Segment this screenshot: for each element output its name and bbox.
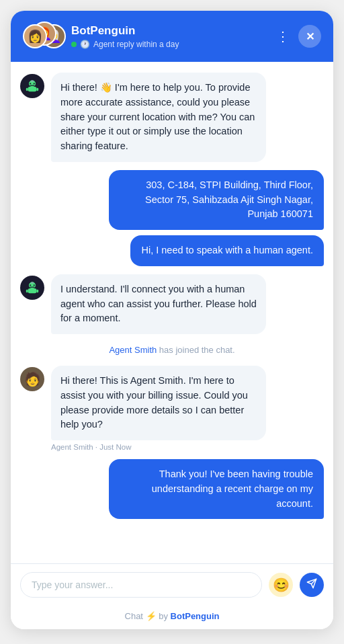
bot-message-2: I understand. I'll connect you with a hu… [20, 274, 324, 334]
header-actions: ⋮ ✕ [273, 25, 321, 48]
header-info: BotPenguin 🕐 Agent reply within a day [71, 24, 265, 49]
avatar-1: 👩 [23, 24, 47, 48]
bot-bubble-2: I understand. I'll connect you with a hu… [51, 274, 266, 334]
svg-rect-7 [31, 81, 34, 82]
footer-prefix: Chat ⚡ by [125, 611, 171, 621]
more-options-button[interactable]: ⋮ [273, 26, 293, 47]
agent-avatar: 🧑 [20, 367, 44, 391]
svg-rect-6 [36, 88, 38, 91]
chat-input[interactable] [20, 572, 262, 598]
joined-agent-name: Agent Smith [109, 345, 157, 355]
svg-point-2 [30, 83, 31, 84]
agent-avatar-image: 🧑 [20, 367, 44, 391]
svg-point-3 [34, 83, 35, 84]
footer-brand: BotPenguin [171, 611, 220, 621]
emoji-button[interactable]: 😊 [269, 573, 293, 597]
status-online-dot [71, 42, 77, 47]
svg-rect-15 [31, 282, 34, 284]
user-message-group-2: Thank you! I've been having trouble unde… [20, 459, 324, 519]
bot-bubble-1: Hi there! 👋 I'm here to help you. To pro… [51, 73, 266, 162]
input-area: 😊 [11, 563, 333, 606]
chat-widget: 👩 👩‍🦰 👩‍🦳 BotPenguin 🕐 Agent reply withi… [11, 11, 333, 629]
join-suffix: has joined the chat. [157, 345, 234, 355]
bot-name: BotPenguin [71, 24, 265, 38]
chat-footer: Chat ⚡ by BotPenguin [11, 606, 333, 629]
agent-bubble-1: Hi there! This is Agent Smith. I'm here … [51, 366, 266, 440]
svg-rect-13 [26, 290, 28, 293]
agent-message-1: 🧑 Hi there! This is Agent Smith. I'm her… [20, 366, 324, 451]
send-icon [306, 578, 317, 592]
svg-point-11 [34, 284, 35, 286]
agent-message-meta: Agent Smith · Just Now [51, 443, 266, 451]
messages-area: Hi there! 👋 I'm here to help you. To pro… [11, 62, 333, 563]
bot-avatar-2 [20, 276, 44, 300]
join-notification: Agent Smith has joined the chat. [20, 342, 324, 358]
clock-icon: 🕐 [80, 40, 90, 49]
user-message-group-1: 303, C-184, STPI Building, Third Floor, … [20, 170, 324, 266]
close-button[interactable]: ✕ [298, 25, 321, 48]
header-avatars: 👩 👩‍🦰 👩‍🦳 [23, 22, 63, 51]
bot-message-1: Hi there! 👋 I'm here to help you. To pro… [20, 73, 324, 162]
user-bubble-3: Thank you! I've been having trouble unde… [109, 459, 324, 519]
send-button[interactable] [300, 573, 324, 597]
user-bubble-2: Hi, I need to speak with a human agent. [130, 235, 324, 266]
agent-bubble-wrapper: Hi there! This is Agent Smith. I'm here … [51, 366, 266, 451]
svg-rect-5 [26, 88, 28, 91]
svg-rect-1 [28, 87, 37, 91]
svg-rect-14 [36, 290, 38, 293]
reply-time-text: Agent reply within a day [93, 40, 179, 49]
svg-rect-9 [28, 288, 37, 293]
bot-avatar-1 [20, 74, 44, 98]
header-status: 🕐 Agent reply within a day [71, 40, 265, 49]
chat-header: 👩 👩‍🦰 👩‍🦳 BotPenguin 🕐 Agent reply withi… [11, 11, 333, 62]
user-bubble-1: 303, C-184, STPI Building, Third Floor, … [109, 170, 324, 230]
svg-point-10 [30, 284, 31, 286]
